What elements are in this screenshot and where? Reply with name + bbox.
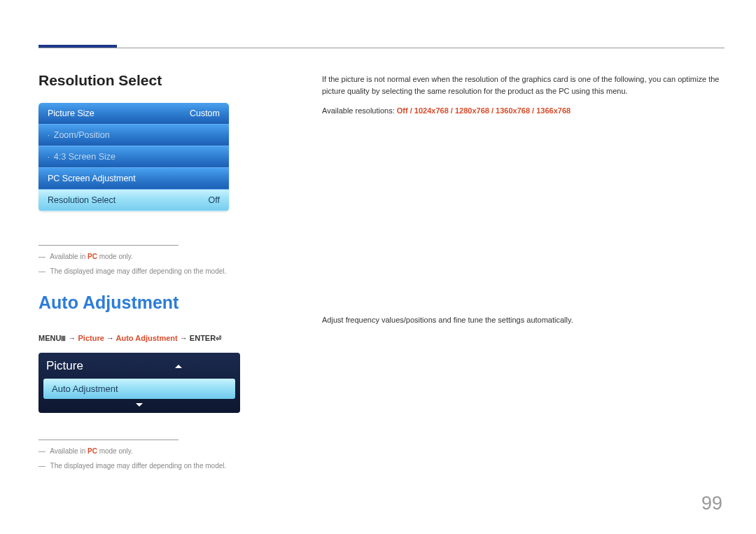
footnote-text: mode only. bbox=[97, 447, 133, 455]
divider bbox=[38, 245, 178, 246]
res-label: Available resolutions: bbox=[322, 106, 397, 115]
menu-item-auto-adjustment[interactable]: Auto Adjustment bbox=[43, 379, 235, 399]
right-column: If the picture is not normal even when t… bbox=[322, 38, 724, 477]
section-title-auto-adjustment: Auto Adjustment bbox=[38, 293, 276, 313]
menu-icon: Ⅲ bbox=[61, 335, 66, 342]
menu-value: Off bbox=[209, 195, 220, 205]
dash-icon: ― bbox=[38, 267, 46, 275]
menu-label: Zoom/Position bbox=[54, 130, 110, 140]
available-resolutions: Available resolutions: Off / 1024x768 / … bbox=[322, 105, 724, 117]
enter-icon: ⏎ bbox=[216, 335, 221, 342]
resolution-select-menu: Picture Size Custom ·Zoom/Position ·4:3 … bbox=[38, 103, 229, 211]
footnote-image-differ: ― The displayed image may differ dependi… bbox=[38, 267, 276, 275]
menu-label: Resolution Select bbox=[48, 195, 115, 205]
footnote-pc: PC bbox=[88, 447, 97, 455]
dash-icon: ― bbox=[38, 253, 46, 260]
footnote-image-differ: ― The displayed image may differ dependi… bbox=[38, 462, 276, 470]
footnote-text: Available in bbox=[50, 253, 88, 260]
page-number: 99 bbox=[701, 493, 722, 514]
menu-item-pc-screen-adjustment[interactable]: PC Screen Adjustment bbox=[38, 168, 229, 190]
section-title-resolution-select: Resolution Select bbox=[38, 72, 276, 89]
breadcrumb-path: MENUⅢ → Picture → Auto Adjustment → ENTE… bbox=[38, 334, 276, 342]
picture-menu: Picture Auto Adjustment bbox=[38, 353, 240, 413]
resolution-select-description: If the picture is not normal even when t… bbox=[322, 73, 724, 97]
footnote-pc-mode: ― Available in PC mode only. bbox=[38, 447, 276, 455]
picture-menu-header: Picture bbox=[43, 358, 235, 379]
left-column: Resolution Select Picture Size Custom ·Z… bbox=[38, 38, 276, 477]
page-content: Resolution Select Picture Size Custom ·Z… bbox=[0, 0, 756, 477]
breadcrumb-menu: MENU bbox=[38, 334, 61, 342]
menu-label: 4:3 Screen Size bbox=[54, 152, 115, 162]
chevron-down-wrap[interactable] bbox=[43, 403, 235, 407]
footnote-pc-mode: ― Available in PC mode only. bbox=[38, 253, 276, 260]
bullet-icon: · bbox=[48, 153, 50, 161]
dash-icon: ― bbox=[38, 462, 46, 470]
breadcrumb-auto: Auto Adjustment bbox=[116, 334, 178, 342]
arrow-text: → bbox=[68, 334, 78, 342]
footnote-text: The displayed image may differ depending… bbox=[50, 462, 227, 470]
arrow-text: → bbox=[106, 334, 116, 342]
menu-item-resolution-select[interactable]: Resolution Select Off bbox=[38, 190, 229, 211]
menu-item-picture-size[interactable]: Picture Size Custom bbox=[38, 103, 229, 125]
res-values: Off / 1024x768 / 1280x768 / 1360x768 / 1… bbox=[397, 106, 570, 115]
divider bbox=[38, 440, 178, 440]
menu-label: PC Screen Adjustment bbox=[48, 174, 136, 183]
arrow-text: → bbox=[180, 334, 190, 342]
footnote-text: Available in bbox=[50, 447, 88, 455]
bullet-icon: · bbox=[48, 132, 50, 139]
menu-item-43-screen-size[interactable]: ·4:3 Screen Size bbox=[38, 146, 229, 168]
menu-item-zoom-position[interactable]: ·Zoom/Position bbox=[38, 125, 229, 146]
auto-adjustment-description: Adjust frequency values/positions and fi… bbox=[322, 314, 724, 326]
chevron-up-icon[interactable] bbox=[175, 365, 182, 368]
header-divider bbox=[38, 48, 724, 48]
footnote-text: mode only. bbox=[97, 253, 133, 260]
menu-label: Picture Size bbox=[48, 108, 94, 118]
menu-value: Custom bbox=[190, 108, 220, 118]
picture-menu-title: Picture bbox=[46, 359, 83, 373]
dash-icon: ― bbox=[38, 447, 46, 455]
footnote-text: The displayed image may differ depending… bbox=[50, 267, 227, 275]
footnote-pc: PC bbox=[88, 253, 97, 260]
menu-label: Auto Adjustment bbox=[52, 384, 118, 394]
chevron-down-icon bbox=[136, 403, 143, 407]
breadcrumb-picture: Picture bbox=[78, 334, 104, 342]
breadcrumb-enter: ENTER bbox=[190, 334, 216, 342]
